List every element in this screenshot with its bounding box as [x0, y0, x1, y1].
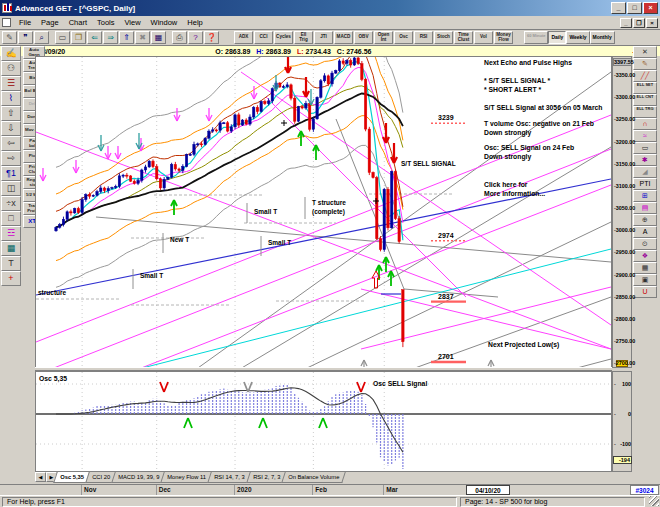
box-tool-icon[interactable]: □ [1, 211, 21, 226]
annotation-text[interactable]: Osc: SELL Signal on 24 Feb [484, 144, 574, 151]
annotation-text[interactable]: * SHORT ALERT * [484, 86, 541, 93]
child-close-button[interactable]: × [646, 18, 658, 28]
mob-button[interactable]: ▤ [633, 202, 657, 214]
study-button-open-int[interactable]: Open Int [374, 31, 393, 44]
ell-cnt-button[interactable]: ELL CNT [633, 94, 657, 106]
magnifier-icon[interactable]: ⊙ [633, 238, 657, 250]
up-icon[interactable]: ⇑ [119, 31, 134, 44]
auto-study-icon[interactable]: ☰ [1, 76, 21, 91]
close-button[interactable]: × [643, 2, 658, 14]
study-button-jti[interactable]: JTI [314, 31, 333, 44]
lines-tool-icon[interactable]: ☲ [1, 226, 21, 241]
pencil-icon[interactable]: ✎ [633, 58, 657, 70]
annotation-text[interactable]: S/T SELL Signal at 3056 on 05 March [484, 104, 602, 111]
annotation-text[interactable]: T volume Osc: negative on 21 Feb [484, 120, 594, 127]
arrow-down-icon[interactable]: ⇩ [1, 121, 21, 136]
annotation-text[interactable]: Next Echo and Pulse Highs [484, 59, 572, 66]
time-tool-icon[interactable]: T [1, 256, 21, 271]
menu-window[interactable]: Window [146, 17, 183, 28]
study-button-obv[interactable]: OBV [354, 31, 373, 44]
trendlines-icon[interactable]: ╱╱ [633, 70, 657, 82]
new-page-icon[interactable]: ▭ [55, 31, 70, 44]
text-tool-icon[interactable]: A [633, 226, 657, 238]
study-button-rsi[interactable]: RSI [414, 31, 433, 44]
study-button-vol[interactable]: Vol [474, 31, 493, 44]
ell-trg-button[interactable]: ELL TRG [633, 106, 657, 118]
price-chart-panel[interactable]: 3239297428372701S/T SELL SIGNALSmall TT … [35, 56, 612, 368]
fan-lines-icon[interactable]: ≈ [633, 130, 657, 142]
eraser-icon[interactable]: ◢ [633, 166, 657, 178]
annotation-text[interactable]: Down strongly [484, 153, 531, 160]
study-button-cycles[interactable]: Cycles [274, 31, 293, 44]
study-button-macd[interactable]: MACD [334, 31, 353, 44]
oscillator-axis[interactable]: -194 1000-100 [612, 371, 632, 472]
binoculars-icon[interactable]: ⚇ [1, 61, 21, 76]
forward-icon[interactable]: ⇒ [103, 31, 118, 44]
menu-page[interactable]: Page [36, 17, 64, 28]
child-restore-button[interactable]: ❐ [633, 18, 645, 28]
tab-macd-19-39-9[interactable]: MACD 19, 39, 9 [111, 472, 166, 483]
time-axis[interactable]: 04/10/20 #3024 NovDec2020FebMar [0, 484, 660, 495]
resize-grip[interactable] [649, 496, 659, 506]
menu-chart[interactable]: Chart [64, 17, 92, 28]
menu-view[interactable]: View [119, 17, 145, 28]
rectangle-icon[interactable]: ▭ [633, 142, 657, 154]
grid-tile-icon[interactable]: ▦ [633, 262, 657, 274]
menu-tools[interactable]: Tools [92, 17, 120, 28]
close-tools-icon[interactable]: ✕ [633, 46, 657, 58]
annotation-text[interactable]: Down strongly [484, 129, 531, 136]
tab-scroll-left[interactable]: ◀ [35, 472, 46, 482]
arrow-right-icon[interactable]: ⇨ [1, 151, 21, 166]
ell-set-button[interactable]: ELL SET [633, 82, 657, 94]
tab-money-flow-11[interactable]: Money Flow 11 [160, 472, 212, 483]
menu-help[interactable]: Help [182, 17, 207, 28]
gann-grid-icon[interactable]: ▦ [1, 241, 21, 256]
web-grid-icon[interactable]: ⊞ [633, 190, 657, 202]
annotation-text[interactable]: Next Projected Low(s) [488, 341, 559, 348]
help-icon[interactable]: ? [188, 31, 203, 44]
minimize-button[interactable]: _ [611, 2, 626, 14]
context-help-icon[interactable]: ❓ [204, 31, 219, 44]
copy-pages-icon[interactable]: ▣ [633, 274, 657, 286]
add-study-icon[interactable]: + [1, 271, 21, 286]
study-button-osc[interactable]: Osc [394, 31, 413, 44]
pti-button[interactable]: PTI [633, 178, 657, 190]
open-folder-icon[interactable]: ❐ [71, 31, 86, 44]
expl-icon[interactable]: ✱ [633, 154, 657, 166]
study-button-ell-trig[interactable]: Ell Trig [294, 31, 313, 44]
compare-icon[interactable]: ◫ [1, 181, 21, 196]
pin-icon[interactable]: ✎ [2, 31, 17, 44]
oscillator-panel[interactable]: Osc 5,35Osc SELL Signal [35, 371, 612, 472]
study-button-money-flow[interactable]: Money Flow [494, 31, 513, 44]
child-minimize-button[interactable]: _ [620, 18, 632, 28]
pointer-tool-icon[interactable]: ✍ [1, 46, 21, 61]
menu-file[interactable]: File [14, 17, 36, 28]
print-icon[interactable]: ⎙ [172, 31, 187, 44]
study-button-time-clust[interactable]: Time Clust [454, 31, 473, 44]
annotation-text[interactable]: * S/T SELL SIGNAL * [484, 77, 550, 84]
annotation-text[interactable]: Click here for [484, 181, 527, 188]
study-button-adx[interactable]: ADX [234, 31, 253, 44]
search-icon[interactable]: ⌕ [34, 31, 49, 44]
back-icon[interactable]: ⇐ [87, 31, 102, 44]
quotes-icon[interactable]: ❞ [18, 31, 33, 44]
tab-rsi-14-7-3[interactable]: RSI 14, 7, 3 [207, 472, 251, 483]
shapes-icon[interactable]: ❖ [633, 250, 657, 262]
study-button-stoch[interactable]: Stoch [434, 31, 453, 44]
timeframe-weekly[interactable]: Weekly [566, 31, 589, 44]
zoom-in-icon[interactable]: ⊕ [633, 214, 657, 226]
timeframe-daily[interactable]: Daily [548, 31, 566, 44]
timeframe-monthly[interactable]: Monthly [590, 31, 615, 44]
arrow-up-icon[interactable]: ⇧ [1, 106, 21, 121]
price-axis[interactable]: 3397.55 3350.003300.003250.003200.003150… [612, 56, 632, 368]
audio-alert-icon[interactable]: ∩ [633, 118, 657, 130]
tab-on-balance-volume[interactable]: On Balance Volume [281, 472, 346, 483]
study-button-cci[interactable]: CCI [254, 31, 273, 44]
underline-button[interactable]: U [633, 286, 657, 298]
arrow-left-icon[interactable]: ⇦ [1, 136, 21, 151]
timeframe-60-minute[interactable]: 60 Minute [524, 31, 548, 44]
elliott-wave-icon[interactable]: ⌇ [1, 91, 21, 106]
pilcrow-icon[interactable]: ¶1 [1, 166, 21, 181]
divide-icon[interactable]: ÷x [1, 196, 21, 211]
chart-icon[interactable]: ▦ [151, 31, 166, 44]
